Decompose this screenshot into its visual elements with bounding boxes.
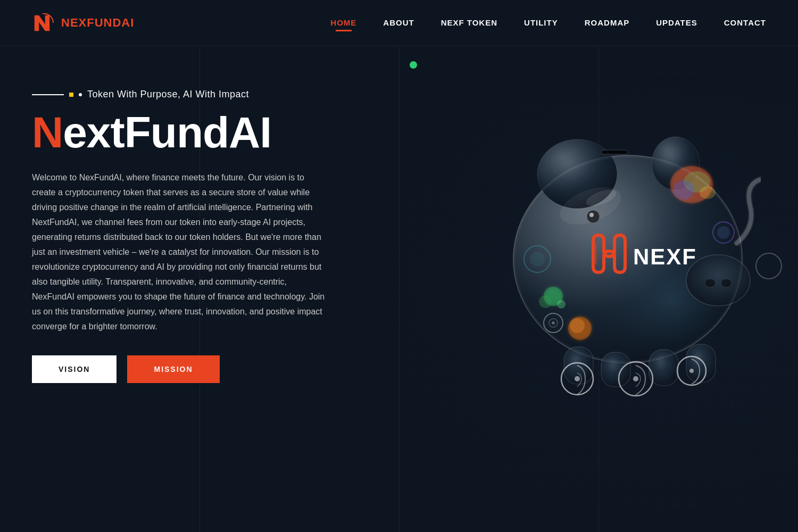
logo[interactable]: NEXFUNDAI [32,11,134,35]
tagline-line [32,94,64,95]
hero-title: NextFundAI [32,111,330,154]
svg-text:NEXF: NEXF [633,244,697,269]
svg-point-43 [530,252,545,267]
navbar: NEXFUNDAI HOME ABOUT NEXF TOKEN UTILITY … [0,0,798,46]
left-panel: Token With Purpose, AI With Impact NextF… [0,46,362,532]
svg-point-41 [717,226,730,239]
svg-point-22 [557,300,566,309]
svg-point-21 [539,295,552,308]
nav-item-contact[interactable]: CONTACT [724,18,766,28]
nav-link-contact[interactable]: CONTACT [724,18,766,27]
svg-point-34 [552,321,555,325]
svg-rect-15 [686,344,716,383]
nav-item-nexf-token[interactable]: NEXF TOKEN [441,18,497,28]
svg-point-10 [705,279,716,287]
nav-item-roadmap[interactable]: ROADMAP [585,18,630,28]
right-panel: NEXF [362,46,798,532]
piggy-bank-container: NEXF [489,73,766,435]
svg-rect-14 [649,350,678,386]
nav-link-home[interactable]: HOME [330,18,356,27]
nav-item-updates[interactable]: UPDATES [656,18,697,28]
nav-link-updates[interactable]: UPDATES [656,18,697,27]
tagline-row: Token With Purpose, AI With Impact [32,89,330,100]
svg-point-27 [575,376,580,381]
hero-title-rest: extFundAI [63,108,271,156]
svg-point-38 [589,213,594,217]
svg-point-31 [689,369,694,373]
svg-point-29 [633,376,638,381]
logo-text: NEXFUNDAI [61,16,134,30]
svg-rect-39 [601,150,628,154]
tagline-text: Token With Purpose, AI With Impact [87,89,249,100]
nav-item-about[interactable]: ABOUT [383,18,414,28]
cta-buttons: VISION MISSION [32,355,330,383]
nav-item-utility[interactable]: UTILITY [524,18,558,28]
svg-point-11 [721,279,732,287]
hero-title-n: N [32,108,63,156]
svg-rect-13 [601,352,630,387]
main-content: Token With Purpose, AI With Impact NextF… [0,0,798,532]
svg-point-37 [587,210,600,223]
nav-link-about[interactable]: ABOUT [383,18,414,27]
nav-link-nexf-token[interactable]: NEXF TOKEN [441,18,497,27]
nav-link-roadmap[interactable]: ROADMAP [585,18,630,27]
nav-item-home[interactable]: HOME [330,18,356,28]
svg-point-24 [570,318,585,333]
tagline-dot [79,93,82,96]
tagline-dash [69,93,73,97]
hero-description: Welcome to NexFundAI, where finance meet… [32,170,330,334]
vision-button[interactable]: VISION [32,355,117,383]
mission-button[interactable]: MISSION [127,355,219,383]
nav-link-utility[interactable]: UTILITY [524,18,558,27]
logo-icon [32,11,56,35]
svg-point-18 [673,180,694,200]
nav-links: HOME ABOUT NEXF TOKEN UTILITY ROADMAP UP… [330,18,766,28]
piggy-bank-svg: NEXF [495,99,761,408]
